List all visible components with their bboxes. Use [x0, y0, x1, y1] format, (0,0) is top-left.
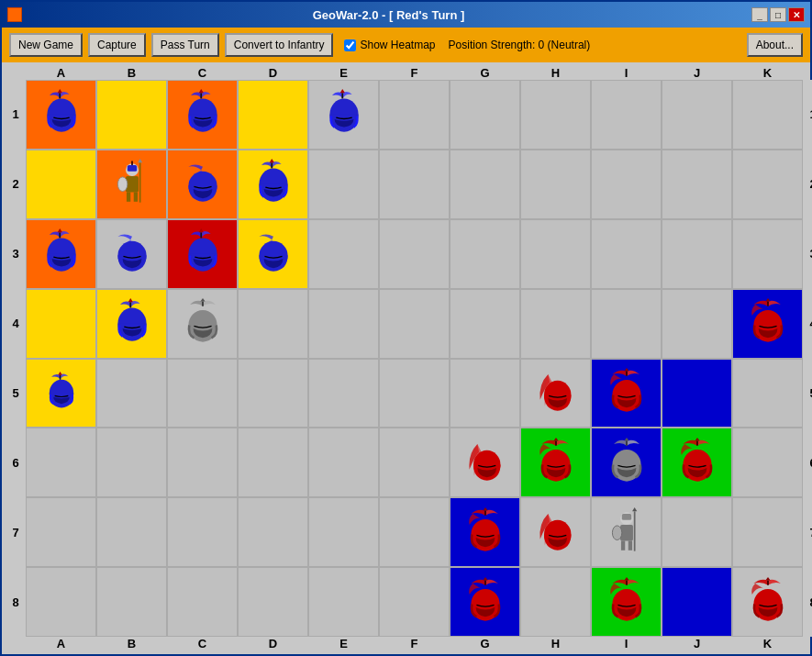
cell-H3[interactable]	[520, 219, 591, 289]
cell-E4[interactable]	[308, 289, 379, 359]
pass-turn-button[interactable]: Pass Turn	[151, 33, 219, 57]
cell-G1[interactable]	[450, 80, 520, 150]
cell-C1[interactable]	[167, 80, 238, 150]
cell-C4[interactable]	[167, 289, 238, 359]
cell-H7[interactable]	[520, 497, 591, 567]
cell-A7[interactable]	[26, 497, 96, 567]
cell-K6[interactable]	[732, 428, 803, 497]
cell-D7[interactable]	[238, 497, 308, 567]
cell-I8[interactable]	[591, 567, 662, 637]
cell-D1[interactable]	[238, 80, 308, 150]
cell-B4[interactable]	[96, 289, 167, 359]
cell-E7[interactable]	[308, 497, 379, 567]
cell-K4[interactable]	[732, 289, 803, 359]
cell-A8[interactable]	[26, 567, 96, 637]
cell-E8[interactable]	[308, 567, 379, 637]
cell-D8[interactable]	[238, 567, 308, 637]
cell-K1[interactable]	[732, 80, 803, 150]
minimize-button[interactable]: _	[751, 7, 768, 22]
show-heatmap-checkbox[interactable]	[344, 39, 356, 51]
cell-J6[interactable]	[662, 428, 732, 497]
cell-C6[interactable]	[167, 428, 238, 497]
cell-C2[interactable]	[167, 150, 238, 219]
cell-J2[interactable]	[662, 150, 732, 219]
cell-I3[interactable]	[591, 219, 662, 289]
svg-marker-45	[624, 368, 628, 371]
new-game-button[interactable]: New Game	[9, 33, 83, 57]
cell-C5[interactable]	[167, 359, 238, 428]
cell-H1[interactable]	[520, 80, 591, 150]
cell-G4[interactable]	[450, 289, 520, 359]
cell-F7[interactable]	[379, 497, 450, 567]
cell-I2[interactable]	[591, 150, 662, 219]
cell-D5[interactable]	[238, 359, 308, 428]
cell-A5[interactable]	[26, 359, 96, 428]
cell-F1[interactable]	[379, 80, 450, 150]
cell-C8[interactable]	[167, 567, 238, 637]
cell-G5[interactable]	[450, 359, 520, 428]
col-header-bottom-I: I	[591, 637, 662, 650]
cell-A2[interactable]	[26, 150, 96, 219]
cell-H2[interactable]	[520, 150, 591, 219]
cell-C7[interactable]	[167, 497, 238, 567]
cell-B3[interactable]	[96, 219, 167, 289]
cell-D4[interactable]	[238, 289, 308, 359]
cell-G3[interactable]	[450, 219, 520, 289]
cell-I7[interactable]	[591, 497, 662, 567]
cell-D3[interactable]	[238, 219, 308, 289]
cell-J7[interactable]	[662, 497, 732, 567]
cell-K3[interactable]	[732, 219, 803, 289]
cell-B6[interactable]	[96, 428, 167, 497]
about-button[interactable]: About...	[747, 33, 803, 57]
cell-H6[interactable]	[520, 428, 591, 497]
cell-J5[interactable]	[662, 359, 732, 428]
cell-B8[interactable]	[96, 567, 167, 637]
cell-A6[interactable]	[26, 428, 96, 497]
cell-H8[interactable]	[520, 567, 591, 637]
cell-A3[interactable]	[26, 219, 96, 289]
cell-K2[interactable]	[732, 150, 803, 219]
cell-K7[interactable]	[732, 497, 803, 567]
convert-button[interactable]: Convert to Infantry	[225, 33, 334, 57]
cell-E3[interactable]	[308, 219, 379, 289]
close-button[interactable]: ✕	[788, 7, 805, 22]
cell-C3[interactable]	[167, 219, 238, 289]
cell-D2[interactable]	[238, 150, 308, 219]
cell-I6[interactable]	[591, 428, 662, 497]
cell-G7[interactable]	[450, 497, 520, 567]
cell-G2[interactable]	[450, 150, 520, 219]
cell-B2[interactable]	[96, 150, 167, 219]
cell-A1[interactable]	[26, 80, 96, 150]
cell-E6[interactable]	[308, 428, 379, 497]
cell-K5[interactable]	[732, 359, 803, 428]
cell-I1[interactable]	[591, 80, 662, 150]
cell-I4[interactable]	[591, 289, 662, 359]
cell-E2[interactable]	[308, 150, 379, 219]
cell-J3[interactable]	[662, 219, 732, 289]
cell-F8[interactable]	[379, 567, 450, 637]
cell-F6[interactable]	[379, 428, 450, 497]
cell-J4[interactable]	[662, 289, 732, 359]
capture-button[interactable]: Capture	[88, 33, 146, 57]
cell-B1[interactable]	[96, 80, 167, 150]
cell-G8[interactable]	[450, 567, 520, 637]
cell-K8[interactable]	[732, 567, 803, 637]
cell-B5[interactable]	[96, 359, 167, 428]
cell-H4[interactable]	[520, 289, 591, 359]
show-heatmap-label[interactable]: Show Heatmap	[344, 39, 435, 51]
cell-E1[interactable]	[308, 80, 379, 150]
cell-D6[interactable]	[238, 428, 308, 497]
cell-J8[interactable]	[662, 567, 732, 637]
cell-G6[interactable]	[450, 428, 520, 497]
cell-F2[interactable]	[379, 150, 450, 219]
cell-I5[interactable]	[591, 359, 662, 428]
cell-F3[interactable]	[379, 219, 450, 289]
cell-H5[interactable]	[520, 359, 591, 428]
cell-E5[interactable]	[308, 359, 379, 428]
cell-F5[interactable]	[379, 359, 450, 428]
maximize-button[interactable]: □	[770, 7, 786, 22]
cell-J1[interactable]	[662, 80, 732, 150]
cell-B7[interactable]	[96, 497, 167, 567]
cell-A4[interactable]	[26, 289, 96, 359]
cell-F4[interactable]	[379, 289, 450, 359]
